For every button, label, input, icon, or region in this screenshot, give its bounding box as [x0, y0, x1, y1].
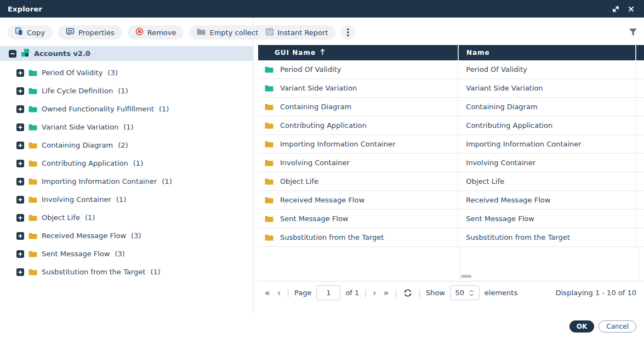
show-label: Show	[426, 289, 445, 297]
folder-icon	[29, 215, 37, 221]
expand-icon[interactable]	[16, 87, 24, 95]
expand-icon[interactable]	[16, 232, 24, 240]
spinner-arrows-icon[interactable]	[469, 290, 474, 296]
table-row[interactable]: Containing Diagram Containing Diagram	[258, 98, 644, 116]
tree-item[interactable]: Containing Diagram (2)	[0, 136, 253, 154]
cell-name: Period Of Validity	[466, 65, 527, 74]
tree-item-label: Containing Diagram	[42, 141, 113, 149]
expand-icon[interactable]	[16, 268, 24, 276]
tree-item[interactable]: Period Of Validity (3)	[0, 64, 253, 82]
properties-label: Properties	[78, 29, 115, 37]
tree-item[interactable]: Owned Functionality Fulfillment (1)	[0, 100, 253, 118]
filter-icon[interactable]	[629, 29, 637, 36]
cell-gui-name: Importing Information Container	[280, 140, 395, 148]
tree-list: Period Of Validity (3) Life Cycle Defini…	[0, 64, 253, 281]
expand-icon[interactable]	[16, 196, 24, 204]
tree-item-label: Owned Functionality Fulfillment	[42, 105, 154, 113]
properties-button[interactable]: Properties	[58, 25, 122, 40]
expand-icon[interactable]	[16, 214, 24, 222]
page-size-spinner[interactable]	[450, 285, 480, 300]
cell-name: Importing Information Container	[466, 140, 581, 148]
properties-icon	[66, 27, 75, 38]
tree-item[interactable]: Importing Information Container (1)	[0, 172, 253, 190]
previous-page-icon[interactable]: ‹	[276, 288, 282, 298]
table-row[interactable]: Involving Container Involving Container	[258, 154, 644, 172]
page-input[interactable]	[316, 285, 340, 300]
table-row[interactable]: Susbstitution from the Target Susbstitut…	[258, 228, 644, 247]
table-row[interactable]: Received Message Flow Received Message F…	[258, 191, 644, 210]
folder-icon	[29, 124, 37, 131]
cell-gui-name: Received Message Flow	[280, 196, 364, 204]
expand-icon[interactable]	[16, 250, 24, 258]
remove-button[interactable]: Remove	[128, 25, 184, 40]
copy-button[interactable]: Copy	[8, 25, 53, 40]
table-row[interactable]: Importing Information Container Importin…	[258, 135, 644, 154]
folder-icon	[29, 88, 37, 94]
first-page-icon[interactable]: «	[264, 288, 271, 298]
tree-item-count: (1)	[123, 123, 133, 131]
tree-item-count: (2)	[118, 141, 128, 149]
close-icon[interactable]	[625, 3, 636, 14]
folder-icon	[29, 178, 37, 185]
tree-item-label: Importing Information Container	[42, 177, 157, 185]
cell-name: Received Message Flow	[466, 196, 550, 204]
column-header-name[interactable]: Name	[458, 45, 635, 60]
expand-icon[interactable]	[16, 142, 24, 149]
ok-button[interactable]: OK	[569, 320, 595, 333]
cell-name: Susbstitution from the Target	[466, 233, 569, 241]
page-label: Page	[294, 289, 311, 297]
column-header-clipped[interactable]: C	[635, 45, 644, 60]
tree-item[interactable]: Contributing Application (1)	[0, 154, 253, 172]
tree-item[interactable]: Susbstitution from the Target (1)	[0, 263, 253, 281]
tree-root-accounts[interactable]: Accounts v2.0	[0, 46, 253, 61]
tree-item-label: Received Message Flow	[42, 232, 126, 240]
report-toolbar: Instant Report	[258, 25, 644, 40]
expand-icon[interactable]	[16, 178, 24, 185]
table-row[interactable]: Sent Message Flow Sent Message Flow	[258, 210, 644, 228]
table-row[interactable]: Contributing Application Contributing Ap…	[258, 116, 644, 135]
tree-item-count: (1)	[150, 268, 160, 276]
tree-item[interactable]: Variant Side Variation (1)	[0, 118, 253, 136]
cell-name: Contributing Application	[466, 121, 552, 129]
expand-icon[interactable]	[16, 160, 24, 167]
tree-item-label: Involving Container	[42, 195, 111, 204]
more-options-icon[interactable]	[341, 25, 355, 40]
expand-icon[interactable]	[16, 123, 24, 131]
instant-report-button[interactable]: Instant Report	[258, 25, 335, 40]
horizontal-scrollbar[interactable]	[461, 275, 471, 278]
report-icon	[266, 28, 273, 37]
table-row[interactable]: Variant Side Variation Variant Side Vari…	[258, 79, 644, 98]
tree-item[interactable]: Sent Message Flow (3)	[0, 245, 253, 263]
folder-icon	[29, 233, 37, 239]
folder-icon	[265, 104, 273, 110]
tree-item[interactable]: Involving Container (1)	[0, 190, 253, 209]
tree-item-label: Variant Side Variation	[42, 123, 118, 131]
collapse-icon[interactable]	[9, 50, 16, 58]
tree-item-count: (1)	[118, 87, 128, 95]
dialog-titlebar: Explorer	[0, 0, 644, 18]
table-row[interactable]: Period Of Validity Period Of Validity	[258, 60, 644, 79]
folder-icon	[29, 106, 37, 112]
tree-item-count: (1)	[116, 195, 126, 204]
cell-name: Variant Side Variation	[466, 84, 543, 92]
tree-item[interactable]: Life Cycle Definition (1)	[0, 82, 253, 100]
table-row[interactable]: Object Life Object Life	[258, 172, 644, 191]
tree-item[interactable]: Object Life (1)	[0, 209, 253, 227]
folder-icon	[265, 234, 273, 241]
last-page-icon[interactable]: »	[382, 288, 390, 298]
tree-item-count: (1)	[133, 159, 143, 167]
folder-icon	[265, 197, 273, 204]
next-page-icon[interactable]: ›	[372, 288, 377, 298]
copy-label: Copy	[27, 29, 45, 37]
maximize-icon[interactable]	[610, 3, 621, 14]
model-icon	[21, 48, 30, 59]
tree-root-label: Accounts v2.0	[34, 49, 90, 58]
expand-icon[interactable]	[16, 69, 24, 77]
tree-item[interactable]: Received Message Flow (3)	[0, 227, 253, 245]
column-header-gui-name[interactable]: GUI Name	[258, 45, 458, 60]
folder-icon	[265, 216, 273, 222]
refresh-icon[interactable]	[402, 289, 413, 297]
page-size-input[interactable]	[453, 289, 467, 297]
expand-icon[interactable]	[16, 105, 24, 113]
cancel-button[interactable]: Cancel	[599, 320, 636, 333]
